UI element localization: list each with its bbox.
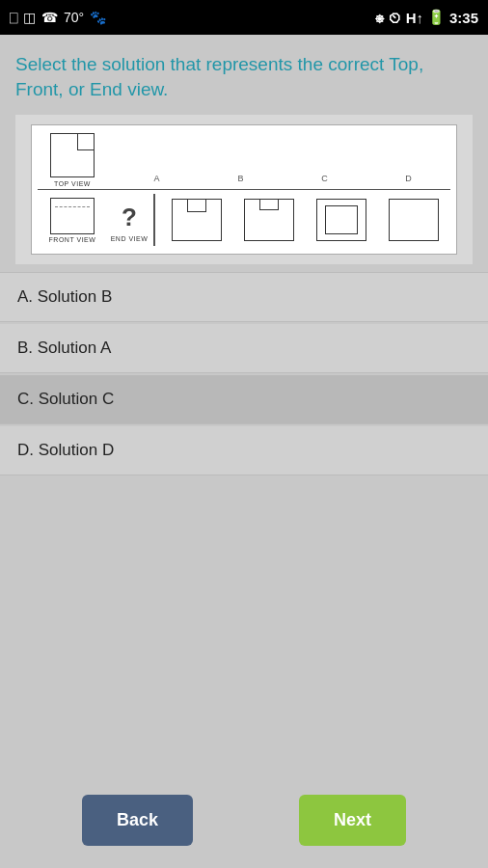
top-view-label: TOP VIEW [54,180,91,187]
usb-icon: ⎕ [10,10,17,25]
answer-shape-c [316,199,366,241]
answer-shapes-row [157,199,451,241]
end-view-label: END VIEW [111,235,149,242]
diagram-h-divider [38,189,450,190]
choice-c[interactable]: C. Solution C [0,375,488,424]
buttons-area: Back Next [0,772,488,868]
back-button[interactable]: Back [82,795,193,846]
question-text: Select the solution that represents the … [15,52,473,101]
option-label-c: C [291,174,359,183]
choice-d-label: D. Solution D [17,441,114,459]
status-bar-left: ⎕ ◫ ☎ 70° 🐾 [10,10,106,25]
choice-a[interactable]: A. Solution B [0,272,488,322]
diagram-top-row: TOP VIEW A B C D [38,133,450,187]
answer-shape-d [389,199,439,241]
option-label-a: A [123,174,191,183]
diagram-box: TOP VIEW A B C D FRONT VIEW [31,124,457,255]
choice-b[interactable]: B. Solution A [0,324,488,373]
front-view-shape [50,198,95,234]
time-display: 3:35 [449,10,478,26]
signal-icon: H↑ [406,10,423,26]
diagram-container: TOP VIEW A B C D FRONT VIEW [15,115,473,264]
next-button[interactable]: Next [299,795,406,846]
choice-c-label: C. Solution C [17,390,114,408]
image-icon: ◫ [23,10,36,25]
answer-shape-a [172,199,222,241]
alarm-icon: ⏲ [388,10,402,26]
phone-icon: ☎ [41,10,58,25]
end-view-cell: ? END VIEW [107,199,151,242]
status-bar: ⎕ ◫ ☎ 70° 🐾 ⎈ ⏲ H↑ 🔋 3:35 [0,0,488,35]
question-mark-symbol: ? [122,199,137,235]
option-label-d: D [375,174,443,183]
bluetooth-icon: ⎈ [375,10,384,26]
status-bar-right: ⎈ ⏲ H↑ 🔋 3:35 [375,9,478,26]
choices-section: A. Solution B B. Solution A C. Solution … [0,264,488,475]
main-content: Select the solution that represents the … [0,35,488,264]
diagram-v-divider [153,194,155,246]
front-view-label: FRONT VIEW [49,236,96,243]
top-view-cell: TOP VIEW [38,133,107,187]
choice-b-label: B. Solution A [17,339,111,357]
front-end-cell: FRONT VIEW [38,198,107,243]
top-view-shape [50,133,95,177]
choice-d[interactable]: D. Solution D [0,426,488,475]
answer-shape-b [244,199,294,241]
diagram-bottom-row: FRONT VIEW ? END VIEW [38,194,450,246]
choice-a-label: A. Solution B [17,287,112,306]
temperature-display: 70° [64,10,84,25]
option-label-b: B [207,174,275,183]
options-labels-row: A B C D [107,174,450,187]
battery-icon: 🔋 [427,9,446,26]
paw-icon: 🐾 [90,10,106,25]
